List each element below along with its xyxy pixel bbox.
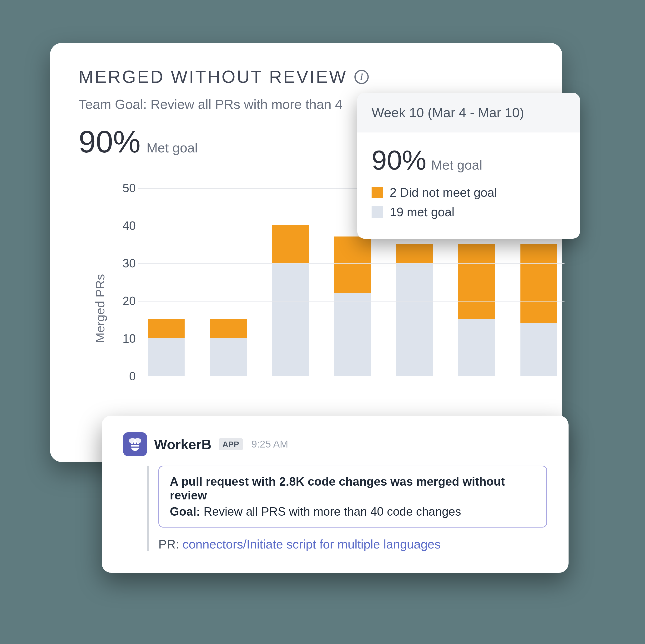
bar-segment-met [334, 293, 371, 376]
notification-content: A pull request with 2.8K code changes wa… [147, 466, 547, 551]
swatch-grey [372, 206, 383, 218]
svg-point-5 [133, 442, 134, 444]
bar[interactable] [272, 225, 309, 376]
app-avatar [123, 432, 147, 456]
y-tick: 0 [114, 369, 136, 383]
metric-label: Met goal [147, 140, 198, 156]
legend-not-met-text: 2 Did not meet goal [390, 185, 497, 200]
bar-segment-not-met [148, 319, 185, 338]
svg-rect-3 [131, 444, 139, 445]
goal-text: Review all PRS with more than 40 code ch… [200, 505, 461, 518]
notification-header: WorkerB APP 9:25 AM [123, 432, 547, 456]
tooltip-metric: 90% Met goal [372, 144, 566, 176]
bar-segment-not-met [210, 319, 247, 338]
bar-segment-met [272, 263, 309, 376]
legend-met-text: 19 met goal [390, 205, 454, 219]
bar-segment-not-met [520, 244, 557, 323]
tooltip-card: Week 10 (Mar 4 - Mar 10) 90% Met goal 2 … [357, 93, 580, 239]
bar-segment-met [520, 323, 557, 376]
bar[interactable] [334, 236, 371, 376]
y-tick: 50 [114, 181, 136, 195]
y-tick: 10 [114, 332, 136, 346]
svg-point-6 [136, 442, 138, 444]
bar-segment-not-met [334, 236, 371, 293]
goal-label: Goal: [170, 505, 200, 518]
notice-line2: Goal: Review all PRS with more than 40 c… [170, 505, 536, 518]
bar-segment-not-met [272, 225, 309, 263]
card-title: MERGED WITHOUT REVIEW [78, 67, 347, 87]
title-row: MERGED WITHOUT REVIEW i [78, 67, 533, 87]
info-icon[interactable]: i [355, 70, 369, 84]
bar-segment-met [396, 263, 433, 376]
tooltip-header: Week 10 (Mar 4 - Mar 10) [357, 93, 580, 133]
pr-link[interactable]: connectors/Initiate script for multiple … [182, 537, 441, 551]
pr-line: PR: connectors/Initiate script for multi… [158, 537, 547, 551]
legend-met: 19 met goal [372, 205, 566, 219]
notice-box: A pull request with 2.8K code changes wa… [158, 466, 547, 527]
tooltip-percentage: 90% [372, 144, 426, 176]
svg-rect-4 [131, 447, 139, 448]
bar-segment-met [148, 338, 185, 376]
pr-prefix: PR: [158, 537, 182, 551]
bar-segment-met [458, 319, 495, 376]
y-axis-label: Merged PRs [93, 274, 107, 343]
svg-point-2 [131, 441, 139, 451]
legend-not-met: 2 Did not meet goal [372, 185, 566, 200]
bar[interactable] [148, 319, 185, 376]
notice-line1: A pull request with 2.8K code changes wa… [170, 475, 536, 502]
swatch-orange [372, 187, 383, 198]
y-tick: 30 [114, 256, 136, 270]
tooltip-body: 90% Met goal 2 Did not meet goal 19 met … [357, 133, 580, 239]
bar-segment-met [210, 338, 247, 376]
metric-percentage: 90% [78, 124, 141, 160]
tooltip-met-label: Met goal [431, 157, 482, 173]
y-tick: 20 [114, 294, 136, 308]
bar[interactable] [210, 319, 247, 376]
bar-segment-not-met [458, 244, 495, 319]
app-badge: APP [219, 438, 243, 450]
bar-segment-not-met [396, 244, 433, 263]
bee-icon [127, 436, 143, 452]
app-name: WorkerB [154, 436, 212, 452]
notification-card: WorkerB APP 9:25 AM A pull request with … [102, 416, 569, 573]
timestamp: 9:25 AM [251, 438, 288, 450]
y-tick: 40 [114, 219, 136, 233]
